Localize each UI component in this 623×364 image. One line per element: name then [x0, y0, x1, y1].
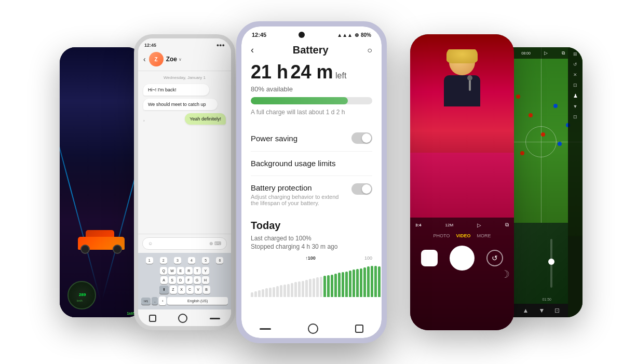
flip-camera-button[interactable]: ↺ [486, 250, 503, 266]
num-key-1[interactable]: 1 [146, 257, 153, 264]
sidebar-icon-5[interactable]: ♟ [573, 93, 578, 99]
key-b[interactable]: B [203, 286, 210, 294]
keyboard[interactable]: 1 2 3 4 5 6 Q W E R T Y A S [138, 253, 231, 309]
ctrl-icon-2[interactable]: ▲ [523, 307, 529, 314]
tab-more[interactable]: MORE [477, 233, 491, 238]
sidebar-icon-7[interactable]: ⊡ [573, 114, 577, 119]
chart-bar-7 [276, 286, 279, 297]
key-symbols[interactable]: !#1 [141, 298, 151, 305]
key-f[interactable]: F [185, 276, 193, 284]
battery-protection-row[interactable]: Battery protection Adjust charging behav… [251, 176, 372, 213]
nav-home[interactable] [308, 323, 318, 334]
ctrl-icon-3[interactable]: ▼ [539, 307, 545, 314]
today-title: Today [251, 220, 372, 232]
nav-recents[interactable] [210, 318, 220, 319]
ctrl-icon-4[interactable]: ⊡ [554, 307, 560, 314]
num-key-6[interactable]: 6 [216, 257, 223, 264]
car-body [78, 226, 125, 250]
avatar: Z [149, 52, 164, 66]
num-key-2[interactable]: 2 [160, 257, 167, 264]
key-q[interactable]: Q [160, 267, 167, 275]
slider-thumb[interactable] [548, 259, 554, 265]
camera-mode-tabs: PHOTO VIDEO MORE [410, 230, 514, 241]
back-button[interactable]: ‹ [251, 45, 254, 56]
sidebar-icon-2[interactable]: ↺ [573, 62, 577, 67]
nav-back[interactable] [260, 328, 271, 330]
chart-bar-32 [367, 266, 370, 297]
num-key-4[interactable]: 4 [188, 257, 195, 264]
status-bar: 12:45 ●●● [138, 38, 231, 50]
num-key-5[interactable]: 5 [202, 257, 209, 264]
layers-icon[interactable]: ⧉ [505, 222, 509, 228]
today-section: Today Last charged to 100% Stopped charg… [251, 220, 372, 297]
power-saving-toggle[interactable] [351, 132, 372, 144]
camera-top-bar: 3:4 12M ▷ ⧉ [410, 218, 514, 230]
num-key-3[interactable]: 3 [174, 257, 181, 264]
message-input-area[interactable]: ☺ ⊕ ⌨ [138, 234, 231, 253]
battery-full-charge-text: A full charge will last about 1 d 2 h [251, 109, 372, 116]
chart-bar-14 [302, 281, 304, 297]
message-content: Wednesday, January 1 Hi~! I'm back! We s… [138, 71, 231, 234]
key-v[interactable]: V [195, 286, 202, 294]
key-c[interactable]: C [186, 286, 194, 294]
chart-bar-22 [331, 275, 333, 297]
key-space[interactable]: English (US) [167, 297, 228, 305]
search-icon[interactable]: ○ [367, 46, 372, 55]
key-r[interactable]: R [185, 267, 193, 275]
key-shift[interactable]: ⬆ [159, 286, 169, 294]
signal-icon: ▲▲▲ [337, 32, 353, 38]
chart-bar-17 [313, 278, 315, 297]
key-y[interactable]: Y [202, 267, 209, 275]
chart-bar-2 [258, 290, 261, 297]
camera-size-label[interactable]: 12M [445, 223, 454, 227]
aspect-ratio-label[interactable]: 3:4 [415, 223, 422, 227]
key-d[interactable]: D [177, 276, 184, 284]
page-title: Battery [293, 44, 329, 56]
person-body [444, 75, 480, 106]
chart-bar-6 [273, 287, 275, 297]
video-icon[interactable]: ▷ [477, 222, 481, 228]
key-a[interactable]: A [160, 276, 168, 284]
background-usage-label: Background usage limits [251, 159, 335, 168]
sidebar-icon-1[interactable]: ⊞ [573, 51, 577, 57]
chart-bar-28 [353, 269, 355, 297]
sidebar-icon-6[interactable]: ▼ [573, 104, 578, 109]
tab-video[interactable]: VIDEO [456, 233, 470, 238]
tab-photo[interactable]: PHOTO [434, 233, 450, 238]
message-date: Wednesday, January 1 [143, 75, 226, 80]
battery-protection-toggle[interactable] [351, 183, 372, 195]
layers-icon[interactable]: ⧉ [562, 50, 565, 56]
chart-bar-31 [363, 267, 366, 297]
key-left-arrow[interactable]: ‹ [159, 296, 166, 305]
key-x[interactable]: X [178, 286, 185, 294]
contact-name[interactable]: Zoe [166, 56, 177, 63]
background-usage-row[interactable]: Background usage limits [251, 152, 372, 176]
chart-100-label: ↑100 [305, 255, 316, 261]
video-slider[interactable] [550, 239, 552, 288]
key-h[interactable]: H [202, 276, 209, 284]
key-e[interactable]: E [177, 267, 184, 275]
status-time: 12:45 [252, 32, 266, 38]
key-w[interactable]: W [168, 267, 176, 275]
chart-bar-29 [356, 269, 359, 297]
key-g[interactable]: G [194, 276, 201, 284]
battery-time-display: 21 h 24 m left [251, 61, 372, 83]
car-wheel-left [80, 245, 90, 254]
gallery-thumbnail[interactable] [421, 250, 438, 266]
key-comma[interactable]: , [152, 297, 158, 305]
nav-recents[interactable] [355, 325, 363, 333]
phone-camera: 3:4 12M ▷ ⧉ PHOTO VIDEO MORE ↺ ☽ [410, 34, 514, 330]
nav-back[interactable] [149, 315, 156, 322]
nav-home[interactable] [178, 314, 187, 323]
sidebar-icon-4[interactable]: ⊡ [573, 83, 577, 88]
battery-protection-desc: Adjust charging behavior to extend the l… [251, 194, 339, 206]
power-saving-row[interactable]: Power saving [251, 125, 372, 152]
chart-bar-9 [283, 285, 286, 297]
key-z[interactable]: Z [170, 286, 177, 294]
back-icon[interactable]: ‹ [143, 55, 146, 63]
key-t[interactable]: T [194, 267, 201, 275]
shutter-button[interactable] [450, 246, 475, 271]
sidebar-icon-3[interactable]: ✕ [573, 72, 577, 77]
key-s[interactable]: S [169, 276, 176, 284]
play-icon[interactable]: ▷ [544, 50, 548, 56]
